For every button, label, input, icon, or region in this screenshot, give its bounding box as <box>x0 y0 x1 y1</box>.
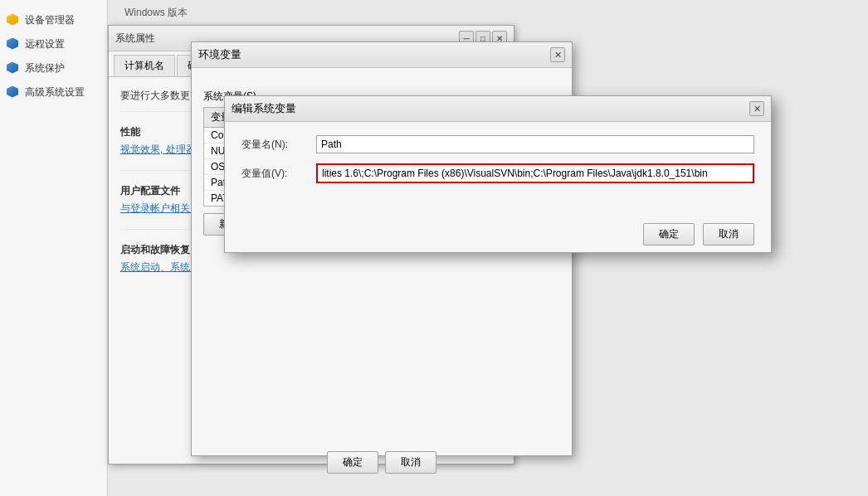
env-dialog-titlebar: 环境变量 ✕ <box>192 42 572 68</box>
var-name-label: 变量名(N): <box>241 138 316 152</box>
var-value-input[interactable] <box>316 163 754 183</box>
sidebar-item-protection[interactable]: 系统保护 <box>0 56 107 80</box>
sidebar-item-label: 设备管理器 <box>25 13 75 27</box>
windows-version-text: Windows 版本 <box>124 6 188 20</box>
shield-blue-icon-remote <box>7 38 20 51</box>
env-dialog-cancel-button[interactable]: 取消 <box>385 451 436 474</box>
var-name-input[interactable] <box>316 135 754 153</box>
shield-blue-icon-advanced <box>7 86 20 100</box>
edit-dialog-body: 变量名(N): 变量值(V): <box>225 122 771 207</box>
sidebar-item-label: 系统保护 <box>25 61 65 75</box>
env-dialog-close-button[interactable]: ✕ <box>550 47 565 62</box>
env-dialog-bottom-btns: 确定 取消 <box>203 451 560 474</box>
edit-dialog-titlebar: 编辑系统变量 ✕ <box>225 96 771 122</box>
sidebar-item-label: 高级系统设置 <box>25 85 85 100</box>
shield-blue-icon-protection <box>7 62 20 75</box>
var-name-field-row: 变量名(N): <box>241 135 754 153</box>
sidebar-item-device-manager[interactable]: 设备管理器 <box>0 8 107 32</box>
edit-dialog-title: 编辑系统变量 <box>232 101 296 116</box>
tab-computer-name[interactable]: 计算机名 <box>114 55 175 76</box>
left-sidebar: 设备管理器 远程设置 系统保护 高级系统设置 <box>0 0 108 496</box>
edit-system-variable-dialog: 编辑系统变量 ✕ 变量名(N): 变量值(V): 确定 取消 <box>224 95 772 253</box>
edit-dialog-close-button[interactable]: ✕ <box>749 101 764 116</box>
edit-dialog-cancel-button[interactable]: 取消 <box>703 223 754 246</box>
edit-dialog-btn-row: 确定 取消 <box>225 223 771 246</box>
env-dialog-title: 环境变量 <box>198 47 241 62</box>
var-value-field-row: 变量值(V): <box>241 163 754 183</box>
env-dialog-ok-button[interactable]: 确定 <box>327 451 378 474</box>
shield-yellow-icon <box>7 14 20 27</box>
windows-version-bar: Windows 版本 <box>108 0 188 25</box>
sidebar-item-remote[interactable]: 远程设置 <box>0 32 107 56</box>
edit-dialog-ok-button[interactable]: 确定 <box>643 223 695 246</box>
sidebar-item-label: 远程设置 <box>25 37 65 51</box>
sys-props-title: 系统属性 <box>115 32 155 46</box>
var-value-label: 变量值(V): <box>241 167 316 181</box>
sidebar-item-advanced[interactable]: 高级系统设置 <box>0 80 107 105</box>
